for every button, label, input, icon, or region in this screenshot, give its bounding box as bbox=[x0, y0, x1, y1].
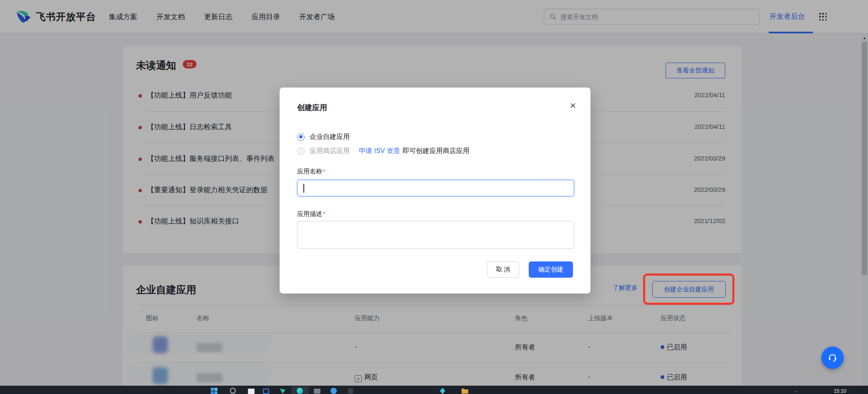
text-caret bbox=[303, 184, 304, 193]
radio-label-store: 应用商店应用 bbox=[310, 147, 350, 156]
terminal-icon[interactable] bbox=[314, 389, 320, 394]
telegram-icon[interactable] bbox=[331, 388, 337, 394]
app-name-label: 应用名称* bbox=[297, 168, 325, 176]
hidden-app-icon[interactable] bbox=[348, 389, 353, 394]
close-icon[interactable]: ✕ bbox=[570, 102, 576, 110]
confirm-create-button[interactable]: 确定创建 bbox=[529, 261, 573, 278]
headset-icon bbox=[827, 352, 838, 364]
apply-isv-link[interactable]: 申请 ISV 资质 bbox=[359, 147, 400, 156]
feishu-app-icon[interactable] bbox=[291, 386, 309, 394]
radio-row-store[interactable]: 应用商店应用 申请 ISV 资质 即可创建应用商店应用 bbox=[297, 147, 469, 156]
clock-time[interactable]: 15:10 bbox=[834, 388, 846, 394]
app-desc-label: 应用描述* bbox=[297, 210, 325, 218]
notes-icon[interactable] bbox=[248, 389, 255, 394]
store-arrow-icon[interactable] bbox=[280, 388, 286, 394]
app-name-input[interactable] bbox=[297, 180, 574, 196]
windows-taskbar: ︿ 15:10 bbox=[0, 386, 868, 394]
required-asterisk: * bbox=[323, 211, 325, 217]
phone-link-icon[interactable] bbox=[263, 389, 269, 394]
tray-chevron-icon[interactable]: ︿ bbox=[794, 389, 798, 394]
create-app-modal: 创建应用 ✕ 企业自建应用 应用商店应用 申请 ISV 资质 即可创建应用商店应… bbox=[280, 88, 590, 294]
windows-start-icon[interactable] bbox=[211, 388, 217, 394]
radio-disabled-icon[interactable] bbox=[297, 148, 305, 155]
annotation-highlight-box bbox=[643, 274, 734, 305]
radio-selected-icon[interactable] bbox=[297, 133, 305, 141]
radio-row-self-built[interactable]: 企业自建应用 bbox=[297, 133, 350, 141]
isv-suffix-text: 即可创建应用商店应用 bbox=[403, 147, 469, 156]
search-taskbar-icon[interactable] bbox=[230, 388, 236, 394]
required-asterisk: * bbox=[323, 168, 325, 175]
app-desc-textarea[interactable] bbox=[297, 221, 574, 249]
modal-title: 创建应用 bbox=[297, 103, 327, 113]
cancel-button[interactable]: 取 消 bbox=[487, 261, 519, 278]
help-support-button[interactable] bbox=[821, 346, 844, 369]
screen: 飞书开放平台 集成方案 开发文档 更新日志 应用目录 开发者广场 开发者后台 未… bbox=[0, 0, 868, 394]
drive-diamond-icon[interactable] bbox=[439, 388, 446, 394]
radio-label-self-built: 企业自建应用 bbox=[310, 133, 350, 141]
folder-icon[interactable] bbox=[462, 388, 468, 394]
